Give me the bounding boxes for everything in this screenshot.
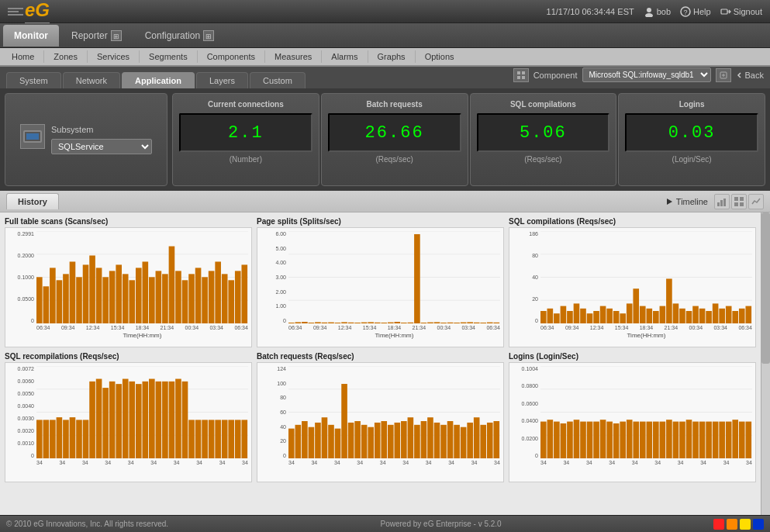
tab-custom[interactable]: Custom (250, 72, 306, 88)
svg-rect-214 (561, 423, 567, 458)
dot-yellow[interactable] (740, 519, 751, 530)
help-link[interactable]: ? Help (680, 6, 711, 17)
tab-layers[interactable]: Layers (196, 72, 248, 88)
chart-icon-3[interactable] (748, 194, 764, 209)
svg-rect-220 (600, 420, 606, 458)
svg-rect-123 (692, 306, 699, 323)
svg-rect-239 (726, 422, 732, 458)
chart-title-5: Logins (Login/Sec) (509, 352, 756, 361)
svg-rect-110 (606, 309, 613, 323)
tab-network[interactable]: Network (63, 72, 120, 88)
svg-rect-53 (215, 261, 221, 323)
svg-rect-131 (745, 306, 751, 323)
svg-rect-88 (454, 323, 460, 323)
subnav-segments[interactable]: Segments (140, 50, 196, 64)
svg-rect-129 (732, 311, 738, 323)
metric-sql-compilations: SQL compilations 5.06 (Reqs/sec) (470, 93, 617, 186)
play-icon (665, 198, 673, 206)
svg-rect-69 (328, 323, 334, 323)
svg-rect-72 (348, 323, 354, 323)
svg-rect-205 (493, 421, 499, 458)
metric-unit-logins: (Login/Sec) (672, 155, 712, 164)
svg-rect-18 (740, 197, 744, 201)
svg-rect-47 (175, 271, 181, 323)
svg-rect-28 (50, 268, 56, 323)
subsystem-select[interactable]: SQLService (51, 139, 152, 154)
subnav-alarms[interactable]: Alarms (323, 50, 366, 64)
svg-rect-194 (421, 421, 427, 458)
metric-value-connections: 2.1 (179, 113, 312, 152)
svg-rect-106 (580, 309, 586, 323)
svg-rect-234 (692, 422, 699, 458)
svg-rect-46 (169, 247, 175, 323)
svg-rect-148 (109, 382, 116, 458)
svg-rect-147 (102, 388, 109, 458)
svg-rect-12 (26, 133, 39, 140)
chart-icon-1[interactable] (714, 194, 730, 209)
subnav-home[interactable]: Home (3, 50, 43, 64)
svg-rect-174 (288, 429, 295, 458)
back-button[interactable]: Back (736, 71, 764, 80)
dot-red[interactable] (713, 519, 724, 530)
svg-rect-92 (480, 323, 486, 323)
svg-rect-137 (36, 420, 43, 458)
signout-link[interactable]: Signout (720, 6, 762, 17)
subnav-components[interactable]: Components (199, 50, 264, 64)
svg-rect-140 (57, 417, 63, 458)
svg-rect-125 (706, 311, 712, 323)
svg-rect-192 (408, 417, 414, 458)
history-tab[interactable]: History (6, 193, 59, 209)
svg-rect-189 (388, 425, 394, 458)
svg-point-0 (647, 8, 651, 12)
grid-icon[interactable] (513, 68, 529, 82)
scrollbar[interactable] (761, 212, 770, 515)
svg-rect-94 (493, 323, 499, 323)
metric-value-sqlcomp: 5.06 (477, 113, 610, 152)
component-label: Component (533, 71, 578, 80)
chart-title-4: Batch requests (Reqs/sec) (257, 352, 504, 361)
subnav-zones[interactable]: Zones (45, 50, 86, 64)
timeline-button[interactable]: Timeline (665, 197, 708, 206)
svg-rect-52 (209, 271, 215, 323)
svg-rect-104 (567, 311, 573, 323)
user-info[interactable]: bob (644, 6, 671, 17)
svg-rect-70 (335, 323, 341, 323)
svg-rect-156 (162, 382, 168, 458)
svg-rect-77 (381, 323, 387, 323)
tab-reporter[interactable]: Reporter ⊞ (60, 25, 133, 47)
svg-rect-168 (241, 420, 247, 458)
svg-rect-225 (633, 422, 639, 458)
svg-rect-165 (222, 420, 228, 458)
export-icon[interactable] (716, 68, 731, 82)
svg-rect-119 (666, 278, 672, 323)
svg-rect-79 (395, 322, 401, 323)
subsystem-label: Subsystem (51, 125, 152, 134)
dot-orange[interactable] (727, 519, 737, 530)
svg-rect-162 (202, 420, 208, 458)
tab-application[interactable]: Application (122, 72, 195, 88)
dot-blue[interactable] (753, 519, 764, 530)
tab-monitor[interactable]: Monitor (3, 25, 59, 47)
chart-icon-2[interactable] (731, 194, 747, 209)
svg-rect-37 (109, 271, 116, 323)
metric-title-batch: Batch requests (367, 100, 423, 109)
svg-rect-36 (102, 277, 109, 323)
subnav-options[interactable]: Options (416, 50, 463, 64)
component-select[interactable]: Microsoft SQL:infoway_sqldb1 (582, 67, 711, 82)
subnav-measures[interactable]: Measures (266, 50, 320, 64)
svg-rect-188 (381, 421, 387, 458)
svg-rect-111 (613, 311, 620, 323)
svg-rect-54 (222, 274, 228, 323)
subnav-graphs[interactable]: Graphs (369, 50, 414, 64)
svg-rect-154 (149, 379, 155, 458)
svg-rect-181 (335, 429, 341, 458)
metric-logins: Logins 0.03 (Login/Sec) (618, 93, 765, 186)
svg-rect-124 (699, 309, 706, 323)
subnav-services[interactable]: Services (88, 50, 138, 64)
svg-rect-44 (156, 271, 162, 323)
svg-rect-130 (739, 309, 745, 323)
tab-system[interactable]: System (6, 72, 61, 88)
tab-configuration[interactable]: Configuration ⊞ (134, 25, 225, 47)
svg-rect-231 (673, 422, 679, 458)
svg-rect-196 (434, 423, 440, 458)
